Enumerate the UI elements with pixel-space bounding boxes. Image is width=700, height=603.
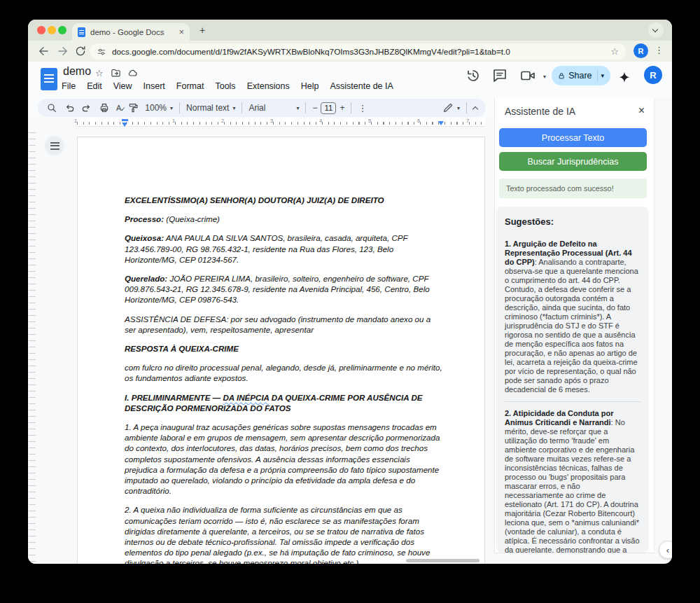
collapse-side-panel-button[interactable]: ‹ xyxy=(659,541,672,559)
docs-header: demo ☆ File Edit View Insert Format Tool… xyxy=(28,62,672,98)
paint-format-icon[interactable] xyxy=(127,102,139,113)
browser-window: demo - Google Docs × + docs.google.com/d… xyxy=(28,20,672,564)
horizontal-scrollbar[interactable] xyxy=(406,559,479,562)
tab-title: demo - Google Docs xyxy=(90,28,174,36)
menu-extensions[interactable]: Extensions xyxy=(247,81,290,91)
url-bar[interactable]: docs.google.com/document/d/1f9w2fAKSyWRT… xyxy=(90,43,626,60)
ruler-scale xyxy=(77,118,485,127)
chevron-down-icon: ▾ xyxy=(170,105,173,111)
gemini-sparkle-icon[interactable] xyxy=(616,69,633,85)
editing-mode-button[interactable]: ▾ xyxy=(442,102,460,113)
doc-assistencia: ASSISTÊNCIA DE DEFESA: por seu advogado … xyxy=(125,314,444,335)
toolbar-divider xyxy=(179,102,180,113)
menu-tools[interactable]: Tools xyxy=(215,81,235,91)
tab-strip: demo - Google Docs × + xyxy=(28,20,672,41)
more-options-icon[interactable]: ⋮ xyxy=(358,103,367,113)
spellcheck-flagged-text: DA INÉPCIA xyxy=(223,393,269,402)
bookmark-star-icon[interactable]: ☆ xyxy=(610,46,619,57)
undo-icon[interactable] xyxy=(64,102,75,113)
back-icon[interactable] xyxy=(37,45,50,57)
document-outline-button[interactable] xyxy=(45,136,64,155)
doc-preliminar: I. PRELIMINARMENTE — DA INÉPCIA DA QUEIX… xyxy=(125,392,444,413)
docs-logo-icon[interactable] xyxy=(41,68,57,90)
ruler-number: 3 xyxy=(270,118,273,124)
toolbar-divider xyxy=(305,102,306,113)
doc-resposta: RESPOSTA À QUEIXA-CRIME xyxy=(125,343,444,354)
menu-file[interactable]: File xyxy=(62,81,76,91)
toolbar-divider xyxy=(466,102,467,113)
comments-icon[interactable] xyxy=(491,67,508,84)
document-text[interactable]: EXCELENTÍSSIMO(A) SENHOR(A) DOUTOR(A) JU… xyxy=(125,195,444,564)
toolbar-divider xyxy=(241,102,242,113)
menu-view[interactable]: View xyxy=(113,81,132,91)
document-outline-icon xyxy=(50,142,59,150)
new-tab-button[interactable]: + xyxy=(200,25,205,36)
chevron-down-icon: ▾ xyxy=(457,105,460,111)
vertical-ruler xyxy=(29,127,36,564)
search-icon[interactable] xyxy=(46,102,57,113)
share-button[interactable]: Share ▾ xyxy=(552,66,610,85)
menu-insert[interactable]: Insert xyxy=(144,81,165,91)
browser-profile-avatar[interactable]: R xyxy=(634,43,648,58)
ai-assistant-panel: Assistente de IA × Processar Texto Busca… xyxy=(494,98,654,553)
docs-toolbar: A✓ 100%▾ Normal text▾ Arial▾ − 11 + ⋮ xyxy=(38,99,486,117)
reload-icon[interactable] xyxy=(74,45,87,57)
right-indent-marker[interactable] xyxy=(438,121,444,125)
chevron-left-icon: ‹ xyxy=(666,545,669,555)
meet-dropdown-icon[interactable]: ▾ xyxy=(543,74,546,80)
zoom-select[interactable]: 100%▾ xyxy=(145,103,173,113)
doc-queixosa: Queixosa: ANA PAULA DA SILVA SANTOS, bra… xyxy=(125,233,444,265)
font-size-input[interactable]: 11 xyxy=(321,102,336,114)
ruler-number: 6 xyxy=(417,118,420,124)
font-select[interactable]: Arial▾ xyxy=(248,103,299,113)
browser-tab[interactable]: demo - Google Docs × xyxy=(72,23,190,41)
increase-font-size-button[interactable]: + xyxy=(340,103,344,113)
menu-help[interactable]: Help xyxy=(301,81,319,91)
close-tab-icon[interactable]: × xyxy=(178,27,184,37)
suggestion-divider xyxy=(505,401,640,402)
url-text: docs.google.com/document/d/1f9w2fAKSyWRT… xyxy=(112,47,605,57)
close-window-button[interactable] xyxy=(37,26,46,34)
minimize-window-button[interactable] xyxy=(48,26,56,34)
menu-assistente-ia[interactable]: Assistente de IA xyxy=(330,81,393,91)
search-jurisprudence-button[interactable]: Buscar Jurisprudências xyxy=(499,152,647,171)
tab-search-button[interactable] xyxy=(648,22,664,38)
process-text-button[interactable]: Processar Texto xyxy=(499,128,647,147)
decrease-font-size-button[interactable]: − xyxy=(312,103,317,113)
share-label: Share xyxy=(568,71,592,81)
move-folder-icon[interactable] xyxy=(111,68,121,78)
suggestions-card[interactable]: Sugestões: 1. Arguição de Defeito na Rep… xyxy=(496,207,649,553)
version-history-icon[interactable] xyxy=(465,67,482,84)
horizontal-ruler[interactable]: 1 1 2 3 4 5 6 7 xyxy=(28,118,494,127)
browser-menu-icon[interactable]: ⋮ xyxy=(654,45,664,55)
document-title[interactable]: demo xyxy=(63,65,91,78)
ruler-number: 5 xyxy=(368,118,371,124)
forward-icon[interactable] xyxy=(57,45,69,57)
docs-profile-avatar[interactable]: R xyxy=(644,66,662,84)
meet-video-icon[interactable] xyxy=(519,67,536,84)
redo-icon[interactable] xyxy=(81,102,92,113)
menu-format[interactable]: Format xyxy=(176,81,204,91)
menu-edit[interactable]: Edit xyxy=(87,81,102,91)
ruler-number: 1 xyxy=(172,118,175,124)
left-indent-marker[interactable] xyxy=(122,123,127,127)
maximize-window-button[interactable] xyxy=(58,26,66,34)
suggestion-item: 1. Arguição de Defeito na Representação … xyxy=(505,240,640,394)
collapse-toolbar-icon[interactable] xyxy=(472,106,478,111)
paragraph-style-select[interactable]: Normal text▾ xyxy=(186,103,235,113)
document-page[interactable]: EXCELENTÍSSIMO(A) SENHOR(A) DOUTOR(A) JU… xyxy=(77,137,485,564)
doc-processo: Processo: (Queixa-crime) xyxy=(125,214,444,224)
document-canvas: 1 1 2 3 4 5 6 7 EXCELENTÍSSIMO(A) SENHOR… xyxy=(28,118,494,564)
cloud-status-icon[interactable] xyxy=(127,68,138,78)
spellcheck-icon[interactable]: A✓ xyxy=(116,104,121,112)
first-line-indent-marker[interactable] xyxy=(122,119,128,121)
share-dropdown-icon[interactable]: ▾ xyxy=(601,72,604,79)
print-icon[interactable] xyxy=(99,102,110,113)
docs-favicon xyxy=(78,27,85,37)
browser-toolbar: docs.google.com/document/d/1f9w2fAKSyWRT… xyxy=(28,41,672,62)
star-document-icon[interactable]: ☆ xyxy=(95,68,106,78)
close-panel-icon[interactable]: × xyxy=(638,104,645,117)
site-settings-icon[interactable] xyxy=(97,47,106,57)
share-divider xyxy=(597,69,598,82)
chevron-down-icon: ▾ xyxy=(232,105,235,111)
